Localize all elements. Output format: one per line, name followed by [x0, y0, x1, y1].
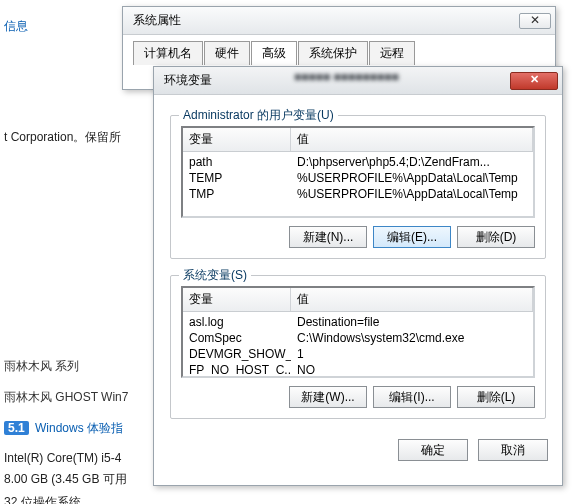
- table-row[interactable]: TEMP%USERPROFILE%\AppData\Local\Temp: [183, 170, 533, 186]
- close-icon[interactable]: [510, 72, 558, 90]
- wei-link[interactable]: Windows 体验指: [35, 421, 123, 435]
- col-header-name[interactable]: 变量: [183, 128, 291, 151]
- new-user-var-button[interactable]: 新建(N)...: [289, 226, 367, 248]
- delete-sys-var-button[interactable]: 删除(L): [457, 386, 535, 408]
- col-header-name[interactable]: 变量: [183, 288, 291, 311]
- var-name: FP_NO_HOST_C...: [183, 363, 291, 377]
- edit-sys-var-button[interactable]: 编辑(I)...: [373, 386, 451, 408]
- user-variables-list[interactable]: 变量 值 pathD:\phpserver\php5.4;D:\ZendFram…: [181, 126, 535, 218]
- system-properties-tabs: 计算机名 硬件 高级 系统保护 远程: [133, 41, 545, 65]
- user-variables-group: Administrator 的用户变量(U) 变量 值 pathD:\phpse…: [170, 115, 546, 259]
- delete-user-var-button[interactable]: 删除(D): [457, 226, 535, 248]
- close-icon[interactable]: ✕: [519, 13, 551, 29]
- table-row[interactable]: asl.logDestination=file: [183, 314, 533, 330]
- var-name: ComSpec: [183, 331, 291, 345]
- system-variables-label: 系统变量(S): [179, 267, 251, 284]
- system-variables-group: 系统变量(S) 变量 值 asl.logDestination=fileComS…: [170, 275, 546, 419]
- ram-text: 8.00 GB (3.45 GB 可用: [4, 471, 150, 488]
- tab-hardware[interactable]: 硬件: [204, 41, 250, 65]
- envvars-titlebar[interactable]: 环境变量 ■■■■■ ■■■■■■■■■: [154, 67, 562, 95]
- col-header-value[interactable]: 值: [291, 288, 533, 311]
- cpu-text: Intel(R) Core(TM) i5-4: [4, 451, 150, 465]
- var-name: TEMP: [183, 171, 291, 185]
- var-value: D:\phpserver\php5.4;D:\ZendFram...: [291, 155, 533, 169]
- table-row[interactable]: TMP%USERPROFILE%\AppData\Local\Temp: [183, 186, 533, 202]
- edit-user-var-button[interactable]: 编辑(E)...: [373, 226, 451, 248]
- ghost-line: 雨林木风 GHOST Win7: [4, 389, 150, 406]
- var-value: %USERPROFILE%\AppData\Local\Temp: [291, 171, 533, 185]
- tab-remote[interactable]: 远程: [369, 41, 415, 65]
- environment-variables-dialog: 环境变量 ■■■■■ ■■■■■■■■■ Administrator 的用户变量…: [153, 66, 563, 486]
- copyright-text: t Corporation。保留所: [4, 129, 150, 146]
- var-value: Destination=file: [291, 315, 533, 329]
- table-row[interactable]: DEVMGR_SHOW_...1: [183, 346, 533, 362]
- system-variables-list[interactable]: 变量 值 asl.logDestination=fileComSpecC:\Wi…: [181, 286, 535, 378]
- var-value: 1: [291, 347, 533, 361]
- new-sys-var-button[interactable]: 新建(W)...: [289, 386, 367, 408]
- table-row[interactable]: ComSpecC:\Windows\system32\cmd.exe: [183, 330, 533, 346]
- system-properties-title: 系统属性: [133, 12, 181, 29]
- var-name: asl.log: [183, 315, 291, 329]
- arch-text: 32 位操作系统: [4, 494, 150, 504]
- blurred-titlebar-text: ■■■■■ ■■■■■■■■■: [294, 70, 484, 90]
- envvars-title: 环境变量: [164, 72, 212, 89]
- system-properties-titlebar[interactable]: 系统属性 ✕: [123, 7, 555, 35]
- var-value: C:\Windows\system32\cmd.exe: [291, 331, 533, 345]
- user-variables-label: Administrator 的用户变量(U): [179, 107, 338, 124]
- tab-system-protection[interactable]: 系统保护: [298, 41, 368, 65]
- var-name: DEVMGR_SHOW_...: [183, 347, 291, 361]
- table-row[interactable]: FP_NO_HOST_C...NO: [183, 362, 533, 378]
- col-header-value[interactable]: 值: [291, 128, 533, 151]
- cancel-button[interactable]: 取消: [478, 439, 548, 461]
- var-name: path: [183, 155, 291, 169]
- brand-line: 雨林木风 系列: [4, 358, 150, 375]
- var-value: %USERPROFILE%\AppData\Local\Temp: [291, 187, 533, 201]
- var-value: NO: [291, 363, 533, 377]
- wei-badge: 5.1: [4, 421, 29, 435]
- ok-button[interactable]: 确定: [398, 439, 468, 461]
- var-name: TMP: [183, 187, 291, 201]
- tab-advanced[interactable]: 高级: [251, 41, 297, 65]
- tab-computer-name[interactable]: 计算机名: [133, 41, 203, 65]
- table-row[interactable]: pathD:\phpserver\php5.4;D:\ZendFram...: [183, 154, 533, 170]
